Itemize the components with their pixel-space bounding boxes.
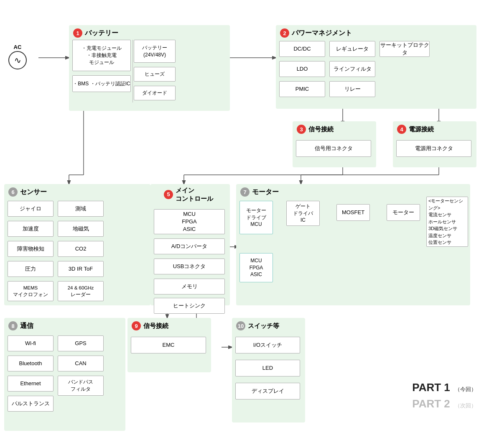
bluetooth-box: Bluetooth [8, 356, 53, 371]
power-conn-header: 4 電源接続 [397, 125, 434, 134]
dcdc-box: DC/DC [279, 41, 325, 57]
power-conn-title: 電源接続 [409, 125, 434, 133]
bandpass-box: バンドパス フィルタ [58, 376, 104, 396]
signal-conn2-title: 信号接続 [143, 322, 168, 330]
battery-title: バッテリー [85, 29, 118, 38]
signal-conn-title: 信号接続 [308, 125, 334, 133]
sensor-num: 6 [8, 187, 18, 197]
switch-section: 10 スイッチ等 I/Oスイッチ LED ディスプレイ [232, 318, 305, 422]
power-mgmt-section: 2 パワーマネジメント DC/DC レギュレータ サーキットプロテクタ LDO … [276, 25, 476, 109]
signal-conn-header: 3 信号接続 [297, 125, 334, 134]
battery-cell-box: バッテリー (24V/48V) [134, 40, 176, 63]
motor-drive-mcu-box: モーター ドライブ MCU [239, 201, 273, 234]
sensor-section: 6 センサー ジャイロ 測域 加速度 地磁気 障害物検知 CO2 圧力 3D I… [4, 184, 150, 305]
power-conn-section: 4 電源接続 電源用コネクタ [393, 121, 476, 167]
motor-num: 7 [240, 187, 250, 197]
motor-box: モーター [387, 204, 420, 221]
comm-num: 8 [8, 321, 18, 330]
mems-box: MEMS マイクロフォン [8, 281, 53, 301]
display-box: ディスプレイ [235, 383, 300, 399]
signal-conn2-header: 9 信号接続 [132, 321, 168, 330]
main-control-section: 5 メインコントロール MCU FPGA ASIC A/Dコンバータ USBコネ… [150, 184, 230, 305]
memory-box: メモリ [154, 279, 225, 294]
motor-sensing-box: <モーターセンシング> 電流センサ ホールセンサ 3D磁気センサ 温度センサ 位… [426, 197, 468, 247]
power-conn-num: 4 [397, 125, 406, 134]
main-control-title: メインコントロール [176, 186, 213, 202]
co2-box: CO2 [58, 241, 104, 257]
main-control-num: 5 [164, 190, 173, 199]
battery-num: 1 [73, 28, 82, 38]
can-box: CAN [58, 356, 104, 371]
pmic-box: PMIC [279, 81, 325, 97]
battery-section: 1 バッテリー ・充電モジュール ・非接触充電 モジュール バッテリー (24V… [69, 25, 230, 111]
tof-box: 3D IR ToF [58, 261, 104, 277]
power-connector-box: 電源用コネクタ [396, 140, 471, 157]
ac-label: AC [8, 44, 27, 50]
wifi-box: Wi-fi [8, 335, 53, 351]
ac-symbol: AC ∿ [8, 44, 27, 69]
pressure-box: 圧力 [8, 261, 53, 277]
part1-label: PART 1 （今回） [412, 381, 476, 394]
magnetic-box: 地磁気 [58, 221, 104, 237]
part1-sub: （今回） [455, 386, 476, 392]
circuit-protector-box: サーキットプロテクタ [379, 41, 430, 57]
signal-connector-box: 信号用コネクタ [296, 140, 371, 157]
main-control-header: 5 メインコントロール [164, 186, 213, 202]
mosfet-box: MOSFET [336, 204, 370, 221]
part-labels: PART 1 （今回） PART 2 （次回） [412, 381, 476, 410]
obstacle-box: 障害物検知 [8, 241, 53, 257]
switch-header: 10 スイッチ等 [236, 321, 279, 330]
bms-box: ・BMS ・バッテリ認証IC [72, 75, 131, 92]
signal-conn2-num: 9 [132, 321, 141, 330]
comm-header: 8 通信 [8, 321, 33, 330]
battery-divider [132, 40, 133, 102]
signal-conn-num: 3 [297, 125, 306, 134]
sensor-header: 6 センサー [8, 187, 47, 197]
ethernet-box: Ethernet [8, 376, 53, 392]
mcu-fpga2-box: MCU FPGA ASIC [239, 253, 273, 282]
power-mgmt-header: 2 パワーマネジメント [280, 28, 352, 38]
signal-conn2-section: 9 信号接続 EMC [127, 318, 211, 372]
usb-connector-box: USBコネクタ [154, 259, 225, 274]
part2-sub: （次回） [455, 402, 476, 409]
pulse-transformer-box: パルストランス [8, 396, 53, 412]
comm-section: 8 通信 Wi-fi GPS Bluetooth CAN Ethernet バン… [4, 318, 125, 431]
battery-header: 1 バッテリー [73, 28, 118, 38]
ad-converter-box: A/Dコンバータ [154, 238, 225, 254]
comm-title: 通信 [20, 322, 33, 330]
power-mgmt-num: 2 [280, 28, 289, 38]
heat-sink-box: ヒートシンク [154, 298, 225, 314]
ldo-box: LDO [279, 61, 325, 77]
diode-box: ダイオード [134, 86, 176, 100]
switch-num: 10 [236, 321, 245, 330]
motor-section: 7 モーター モーター ドライブ MCU ゲート ドライバ IC MOSFET … [236, 184, 470, 305]
power-mgmt-title: パワーマネジメント [292, 29, 352, 38]
ac-circle: ∿ [8, 51, 27, 69]
gps-box: GPS [58, 335, 104, 351]
radar-box: 24 & 60GHz レーダー [58, 281, 104, 301]
emc-box: EMC [131, 337, 206, 353]
regulator-box: レギュレータ [329, 41, 375, 57]
led-box: LED [235, 360, 300, 376]
switch-title: スイッチ等 [248, 322, 279, 330]
sensor-title: センサー [20, 188, 47, 197]
charge-module-box: ・充電モジュール ・非接触充電 モジュール [72, 40, 131, 71]
signal-conn-section: 3 信号接続 信号用コネクタ [293, 121, 376, 167]
gate-driver-box: ゲート ドライバ IC [286, 201, 320, 226]
motor-header: 7 モーター [240, 187, 279, 197]
line-filter-box: ラインフィルタ [329, 61, 375, 77]
motor-title: モーター [252, 188, 279, 197]
io-switch-box: I/Oスイッチ [235, 337, 300, 353]
acceleration-box: 加速度 [8, 221, 53, 237]
diagram: AC ∿ 1 バッテリー ・充電モジュール ・非接触充電 モジュール バッテリー… [0, 0, 489, 448]
gyro-box: ジャイロ [8, 201, 53, 217]
fuse-box: ヒューズ [134, 67, 176, 82]
lidar-box: 測域 [58, 201, 104, 217]
relay-box: リレー [329, 81, 375, 97]
mcu-fpga-box: MCU FPGA ASIC [154, 209, 225, 234]
part2-label: PART 2 （次回） [412, 397, 476, 410]
